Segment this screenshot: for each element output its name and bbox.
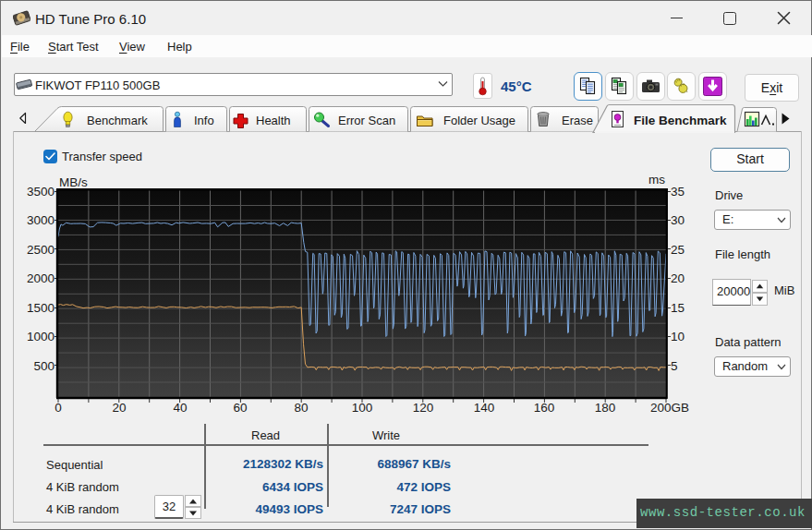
svg-text:File Benchmark: File Benchmark bbox=[634, 114, 727, 127]
svg-text:Info: Info bbox=[194, 114, 214, 127]
svg-text:Error Scan: Error Scan bbox=[338, 114, 395, 127]
svg-text:Benchmark: Benchmark bbox=[87, 114, 148, 127]
svg-text:Health: Health bbox=[256, 114, 291, 127]
svg-text:Erase: Erase bbox=[562, 114, 593, 127]
svg-text:Folder Usage: Folder Usage bbox=[443, 114, 515, 127]
